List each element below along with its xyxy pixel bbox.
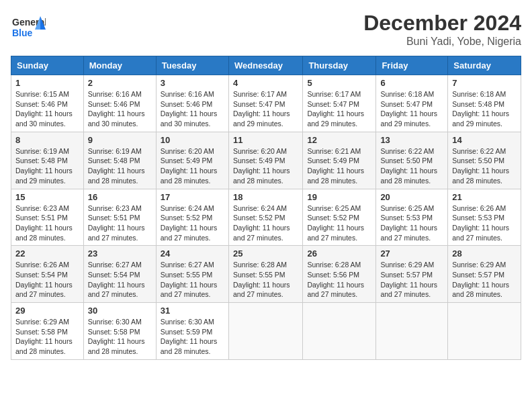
day-number: 15: [15, 192, 79, 202]
calendar-cell: 5 Sunrise: 6:17 AM Sunset: 5:47 PM Dayli…: [303, 75, 376, 132]
calendar-cell: 11 Sunrise: 6:20 AM Sunset: 5:49 PM Dayl…: [228, 132, 302, 189]
logo-icon: General Blue: [11, 11, 46, 46]
day-info: Sunrise: 6:27 AM Sunset: 5:54 PM Dayligh…: [88, 260, 152, 300]
day-info: Sunrise: 6:18 AM Sunset: 5:47 PM Dayligh…: [380, 89, 443, 129]
day-info: Sunrise: 6:19 AM Sunset: 5:48 PM Dayligh…: [15, 146, 79, 186]
calendar-cell: 25 Sunrise: 6:28 AM Sunset: 5:55 PM Dayl…: [228, 246, 302, 303]
day-number: 29: [15, 306, 79, 316]
title-block: December 2024 Buni Yadi, Yobe, Nigeria: [363, 11, 521, 48]
calendar-week-row: 22 Sunrise: 6:26 AM Sunset: 5:54 PM Dayl…: [11, 246, 521, 303]
calendar-cell: 27 Sunrise: 6:29 AM Sunset: 5:57 PM Dayl…: [376, 246, 448, 303]
day-info: Sunrise: 6:29 AM Sunset: 5:57 PM Dayligh…: [452, 260, 517, 300]
day-info: Sunrise: 6:28 AM Sunset: 5:56 PM Dayligh…: [307, 260, 371, 300]
svg-text:Blue: Blue: [12, 28, 33, 38]
day-number: 12: [307, 135, 371, 145]
day-number: 8: [15, 135, 79, 145]
day-number: 1: [15, 78, 79, 88]
calendar-cell: 24 Sunrise: 6:27 AM Sunset: 5:55 PM Dayl…: [156, 246, 228, 303]
logo: General Blue: [11, 11, 46, 46]
day-number: 20: [380, 192, 443, 202]
day-info: Sunrise: 6:18 AM Sunset: 5:48 PM Dayligh…: [452, 89, 517, 129]
calendar-cell: [376, 303, 448, 360]
weekday-header-saturday: Saturday: [448, 56, 521, 75]
calendar-cell: 7 Sunrise: 6:18 AM Sunset: 5:48 PM Dayli…: [448, 75, 521, 132]
weekday-header-wednesday: Wednesday: [228, 56, 302, 75]
day-number: 14: [452, 135, 517, 145]
day-info: Sunrise: 6:23 AM Sunset: 5:51 PM Dayligh…: [88, 203, 152, 243]
day-number: 30: [88, 306, 152, 316]
calendar-cell: 4 Sunrise: 6:17 AM Sunset: 5:47 PM Dayli…: [228, 75, 302, 132]
calendar-cell: [228, 303, 302, 360]
calendar-cell: 15 Sunrise: 6:23 AM Sunset: 5:51 PM Dayl…: [11, 189, 84, 246]
calendar-cell: 16 Sunrise: 6:23 AM Sunset: 5:51 PM Dayl…: [83, 189, 156, 246]
day-number: 21: [452, 192, 517, 202]
calendar-cell: 10 Sunrise: 6:20 AM Sunset: 5:49 PM Dayl…: [156, 132, 228, 189]
calendar-cell: 22 Sunrise: 6:26 AM Sunset: 5:54 PM Dayl…: [11, 246, 84, 303]
calendar-cell: 13 Sunrise: 6:22 AM Sunset: 5:50 PM Dayl…: [376, 132, 448, 189]
day-info: Sunrise: 6:20 AM Sunset: 5:49 PM Dayligh…: [161, 146, 224, 186]
calendar-cell: 28 Sunrise: 6:29 AM Sunset: 5:57 PM Dayl…: [448, 246, 521, 303]
calendar-cell: 1 Sunrise: 6:15 AM Sunset: 5:46 PM Dayli…: [11, 75, 84, 132]
calendar-cell: 3 Sunrise: 6:16 AM Sunset: 5:46 PM Dayli…: [156, 75, 228, 132]
day-info: Sunrise: 6:19 AM Sunset: 5:48 PM Dayligh…: [88, 146, 152, 186]
day-info: Sunrise: 6:26 AM Sunset: 5:54 PM Dayligh…: [15, 260, 79, 300]
day-info: Sunrise: 6:17 AM Sunset: 5:47 PM Dayligh…: [307, 89, 371, 129]
day-number: 26: [307, 248, 371, 259]
calendar-week-row: 29 Sunrise: 6:29 AM Sunset: 5:58 PM Dayl…: [11, 303, 521, 360]
calendar-cell: 30 Sunrise: 6:30 AM Sunset: 5:58 PM Dayl…: [83, 303, 156, 360]
day-number: 3: [161, 78, 224, 88]
day-number: 28: [452, 248, 517, 259]
day-info: Sunrise: 6:15 AM Sunset: 5:46 PM Dayligh…: [15, 89, 79, 129]
day-info: Sunrise: 6:26 AM Sunset: 5:53 PM Dayligh…: [452, 203, 517, 243]
day-number: 10: [161, 135, 224, 145]
calendar-cell: 2 Sunrise: 6:16 AM Sunset: 5:46 PM Dayli…: [83, 75, 156, 132]
day-info: Sunrise: 6:23 AM Sunset: 5:51 PM Dayligh…: [15, 203, 79, 243]
page-header: General Blue December 2024 Buni Yadi, Yo…: [11, 11, 521, 48]
day-number: 22: [15, 248, 79, 259]
day-info: Sunrise: 6:27 AM Sunset: 5:55 PM Dayligh…: [161, 260, 224, 300]
calendar-cell: 31 Sunrise: 6:30 AM Sunset: 5:59 PM Dayl…: [156, 303, 228, 360]
weekday-header-sunday: Sunday: [11, 56, 84, 75]
day-info: Sunrise: 6:25 AM Sunset: 5:52 PM Dayligh…: [307, 203, 371, 243]
page-title: December 2024: [363, 11, 521, 36]
day-number: 11: [233, 135, 298, 145]
day-number: 9: [88, 135, 152, 145]
day-number: 31: [161, 306, 224, 316]
day-info: Sunrise: 6:17 AM Sunset: 5:47 PM Dayligh…: [233, 89, 298, 129]
day-number: 5: [307, 78, 371, 88]
day-number: 2: [88, 78, 152, 88]
calendar-cell: 8 Sunrise: 6:19 AM Sunset: 5:48 PM Dayli…: [11, 132, 84, 189]
weekday-header-tuesday: Tuesday: [156, 56, 228, 75]
day-info: Sunrise: 6:20 AM Sunset: 5:49 PM Dayligh…: [233, 146, 298, 186]
calendar-week-row: 1 Sunrise: 6:15 AM Sunset: 5:46 PM Dayli…: [11, 75, 521, 132]
day-number: 25: [233, 248, 298, 259]
weekday-header-thursday: Thursday: [303, 56, 376, 75]
calendar-cell: 20 Sunrise: 6:25 AM Sunset: 5:53 PM Dayl…: [376, 189, 448, 246]
day-info: Sunrise: 6:24 AM Sunset: 5:52 PM Dayligh…: [233, 203, 298, 243]
day-number: 6: [380, 78, 443, 88]
calendar-cell: 9 Sunrise: 6:19 AM Sunset: 5:48 PM Dayli…: [83, 132, 156, 189]
calendar-cell: [448, 303, 521, 360]
calendar-cell: 19 Sunrise: 6:25 AM Sunset: 5:52 PM Dayl…: [303, 189, 376, 246]
day-number: 23: [88, 248, 152, 259]
day-info: Sunrise: 6:21 AM Sunset: 5:49 PM Dayligh…: [307, 146, 371, 186]
day-number: 4: [233, 78, 298, 88]
day-number: 7: [452, 78, 517, 88]
day-info: Sunrise: 6:29 AM Sunset: 5:58 PM Dayligh…: [15, 317, 79, 357]
calendar-week-row: 8 Sunrise: 6:19 AM Sunset: 5:48 PM Dayli…: [11, 132, 521, 189]
day-number: 19: [307, 192, 371, 202]
day-info: Sunrise: 6:29 AM Sunset: 5:57 PM Dayligh…: [380, 260, 443, 300]
day-info: Sunrise: 6:16 AM Sunset: 5:46 PM Dayligh…: [88, 89, 152, 129]
day-info: Sunrise: 6:16 AM Sunset: 5:46 PM Dayligh…: [161, 89, 224, 129]
calendar-table: SundayMondayTuesdayWednesdayThursdayFrid…: [11, 56, 521, 360]
day-info: Sunrise: 6:30 AM Sunset: 5:59 PM Dayligh…: [161, 317, 224, 357]
calendar-cell: 23 Sunrise: 6:27 AM Sunset: 5:54 PM Dayl…: [83, 246, 156, 303]
calendar-cell: 12 Sunrise: 6:21 AM Sunset: 5:49 PM Dayl…: [303, 132, 376, 189]
weekday-header-monday: Monday: [83, 56, 156, 75]
calendar-cell: 14 Sunrise: 6:22 AM Sunset: 5:50 PM Dayl…: [448, 132, 521, 189]
calendar-header-row: SundayMondayTuesdayWednesdayThursdayFrid…: [11, 56, 521, 75]
day-info: Sunrise: 6:22 AM Sunset: 5:50 PM Dayligh…: [380, 146, 443, 186]
day-number: 16: [88, 192, 152, 202]
calendar-cell: 29 Sunrise: 6:29 AM Sunset: 5:58 PM Dayl…: [11, 303, 84, 360]
calendar-cell: 21 Sunrise: 6:26 AM Sunset: 5:53 PM Dayl…: [448, 189, 521, 246]
